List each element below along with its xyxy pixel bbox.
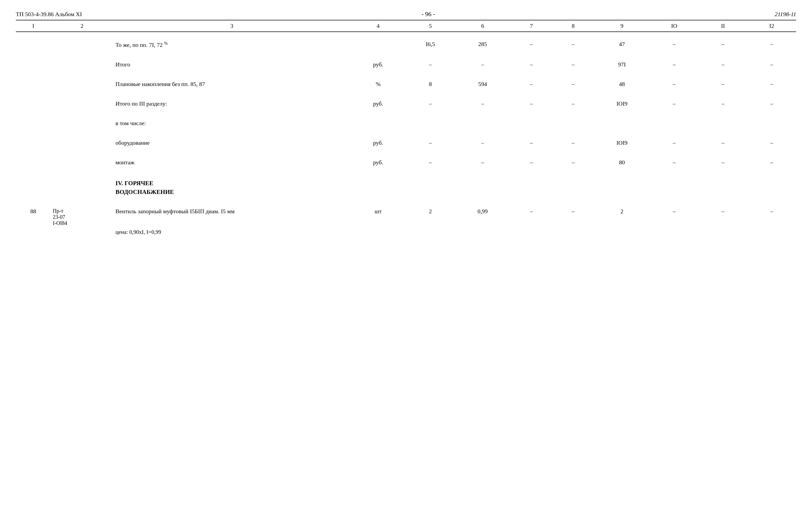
row-spacer (16, 170, 796, 178)
cell-6-2: монтаж (113, 155, 350, 170)
cell-2-4: 8 (406, 77, 454, 91)
cell-3-3: руб. (350, 97, 406, 111)
cell-0-0 (16, 37, 51, 52)
cell-2-7: – (552, 77, 594, 91)
cell-3-2: Итого по III разделу: (113, 97, 350, 111)
cell-4-3 (350, 116, 406, 130)
cell-2-9: – (650, 77, 699, 91)
cell-5-2: оборудование (113, 136, 350, 150)
cell-4-9 (650, 116, 699, 130)
cell-1-8: 97I (594, 57, 650, 72)
cell-5-9: – (650, 136, 699, 150)
cell-2-5: 594 (455, 77, 511, 91)
subnote-empty2 (51, 228, 113, 237)
row-spacer (16, 72, 796, 77)
cell-6-4: – (406, 155, 454, 170)
column-header-row: I 2 3 4 5 6 7 8 9 IO II I2 (16, 20, 796, 32)
item-code: Пр-т 23-07 I-OI84 (51, 206, 113, 228)
cell-0-5: 285 (455, 37, 511, 52)
cell-0-9: – (650, 37, 699, 52)
item-subnote: цена: 0,90хI, I=0,99 (113, 228, 796, 237)
section-col2 (51, 178, 113, 198)
col-header-1: I (16, 20, 51, 32)
cell-5-11: – (748, 136, 796, 150)
col-header-10: IO (650, 20, 699, 32)
cell-2-1 (51, 77, 113, 91)
cell-6-3: руб. (350, 155, 406, 170)
cell-2-11: – (748, 77, 796, 91)
cell-3-5: – (455, 97, 511, 111)
cell-3-10: – (699, 97, 747, 111)
col-header-12: I2 (748, 20, 796, 32)
cell-0-10: – (699, 37, 747, 52)
cell-1-7: – (552, 57, 594, 72)
page-header: ТП 503-4-39.86 Альбом XI - 96 - 21198-11 (16, 11, 796, 20)
cell-2-3: % (350, 77, 406, 91)
cell-0-11: – (748, 37, 796, 52)
row-spacer (16, 111, 796, 116)
cell-5-5: – (455, 136, 511, 150)
cell-6-9: – (650, 155, 699, 170)
cell-6-0 (16, 155, 51, 170)
section-header-row: IV. ГОРЯЧЕЕ ВОДОСНАБЖЕНИЕ (16, 178, 796, 198)
row-spacer (16, 203, 796, 206)
cell-1-1 (51, 57, 113, 72)
cell-1-4: – (406, 57, 454, 72)
cell-4-8 (594, 116, 650, 130)
item-row: 88 Пр-т 23-07 I-OI84 Вентиль запорный му… (16, 206, 796, 228)
cell-4-10 (699, 116, 747, 130)
cell-4-4 (406, 116, 454, 130)
col-header-5: 5 (406, 20, 454, 32)
col-header-4: 4 (350, 20, 406, 32)
col-header-6: 6 (455, 20, 511, 32)
cell-6-1 (51, 155, 113, 170)
cell-2-0 (16, 77, 51, 91)
col-header-3: 3 (113, 20, 350, 32)
cell-1-0 (16, 57, 51, 72)
item-col8: – (552, 206, 594, 228)
cell-2-8: 48 (594, 77, 650, 91)
cell-4-11 (748, 116, 796, 130)
col-header-9: 9 (594, 20, 650, 32)
cell-5-0 (16, 136, 51, 150)
row-spacer (16, 32, 796, 37)
col-header-8: 8 (552, 20, 594, 32)
cell-6-6: – (511, 155, 552, 170)
cell-2-6: – (511, 77, 552, 91)
subnote-empty1 (16, 228, 51, 237)
cell-3-9: – (650, 97, 699, 111)
cell-3-1 (51, 97, 113, 111)
cell-1-9: – (650, 57, 699, 72)
table-row: То же, по пп. 7I, 72 %I6,5285––47––– (16, 37, 796, 52)
cell-3-7: – (552, 97, 594, 111)
item-subnote-row: цена: 0,90хI, I=0,99 (16, 228, 796, 237)
section-col1 (16, 178, 51, 198)
col-header-11: II (699, 20, 747, 32)
cell-3-8: IOI9 (594, 97, 650, 111)
table-row: Итого по III разделу:руб.––––IOI9––– (16, 97, 796, 111)
row-spacer (16, 198, 796, 203)
table-row: в том числе: (16, 116, 796, 130)
item-col9: 2 (594, 206, 650, 228)
cell-3-6: – (511, 97, 552, 111)
cell-3-4: – (406, 97, 454, 111)
cell-1-10: – (699, 57, 747, 72)
item-qty: 2 (406, 206, 454, 228)
cell-0-1 (51, 37, 113, 52)
cell-4-7 (552, 116, 594, 130)
header-center: - 96 - (421, 11, 435, 18)
item-description: Вентиль запорный муфтовый I5БIП диам. I5… (113, 206, 350, 228)
cell-3-0 (16, 97, 51, 111)
item-col10: – (650, 206, 699, 228)
item-col11: – (699, 206, 747, 228)
cell-4-6 (511, 116, 552, 130)
cell-0-3 (350, 37, 406, 52)
item-col7: – (511, 206, 552, 228)
table-row: Плановые накопления без пп. 85, 87%8594–… (16, 77, 796, 91)
cell-6-5: – (455, 155, 511, 170)
col-header-2: 2 (51, 20, 113, 32)
cell-5-3: руб. (350, 136, 406, 150)
row-spacer (16, 52, 796, 57)
cell-6-10: – (699, 155, 747, 170)
item-price: 0,99 (455, 206, 511, 228)
